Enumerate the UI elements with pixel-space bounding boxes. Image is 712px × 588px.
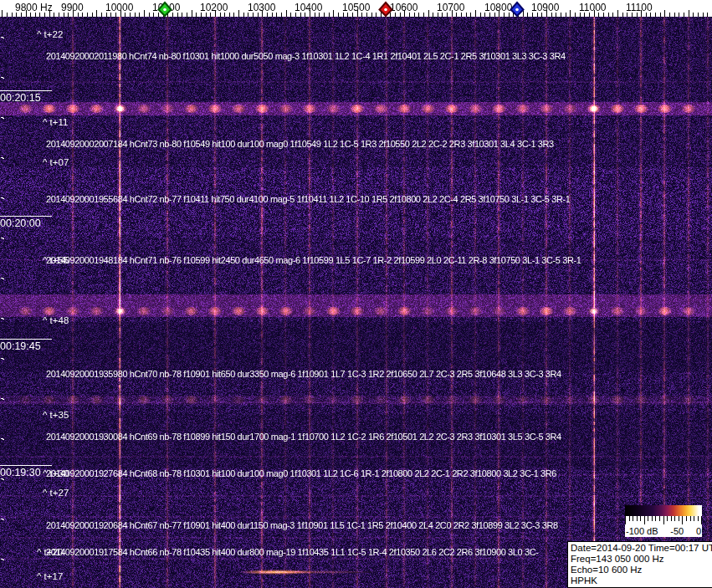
freq-axis-label: 9800 Hz	[15, 2, 53, 13]
waterfall-spectrogram-canvas	[0, 0, 712, 588]
detection-line: 20140920001917584 hCnt66 nb-78 f10435 hi…	[46, 547, 538, 557]
freq-axis-label: 9900	[61, 2, 84, 13]
db-label-min: -100 dB	[626, 526, 658, 536]
blue-diamond-marker-icon[interactable]	[509, 1, 525, 18]
red-diamond-marker-icon[interactable]	[377, 1, 394, 18]
info-station-id: HPHK	[571, 575, 712, 586]
event-time-marker: ^ t+55	[43, 255, 69, 265]
info-frequency: Freq=143 050 000 Hz	[571, 554, 712, 565]
freq-axis-label: 10200	[200, 2, 228, 13]
event-time-marker: ^ t+27	[43, 488, 69, 498]
db-scale-ticks	[625, 516, 702, 525]
freq-axis-label: 11000	[579, 2, 606, 13]
event-time-marker: ^ t+20	[37, 547, 63, 557]
freq-axis-label: 10400	[295, 2, 322, 13]
db-scale-labels: -100 dB -50 0	[625, 525, 702, 537]
event-time-marker: ^ t+48	[43, 315, 69, 325]
freq-axis-label: 11100	[626, 2, 653, 13]
db-label-mid: -50	[670, 526, 684, 536]
freq-axis-label: 10000	[105, 2, 133, 13]
event-time-marker: ^ t+30	[43, 468, 69, 478]
time-label: 00:19:45	[0, 340, 41, 352]
freq-axis-label: 10600	[390, 2, 417, 13]
session-info-box: Date=2014-09-20 Time=00:17 UTC Freq=143 …	[567, 541, 712, 588]
db-gradient-strip	[625, 505, 702, 516]
detection-line: 20140920002007184 hCnt73 nb-80 f10549 hi…	[46, 139, 554, 149]
event-time-marker: ^ t+17	[37, 571, 63, 581]
spectrogram-app-window: 9800 Hz 9900 10000 10100 10200 10300 104…	[0, 0, 712, 588]
event-time-marker: ^ t+11	[43, 117, 68, 127]
detection-line: 20140920001935980 hCnt70 nb-78 f10901 hi…	[46, 369, 561, 379]
detection-line: 20140920001927684 hCnt68 nb-78 f10301 hi…	[46, 468, 556, 478]
detection-line: 20140920001920684 hCnt67 nb-77 f10901 hi…	[46, 520, 558, 530]
time-label: 00:20:15	[0, 92, 41, 104]
event-time-marker: ^ t+07	[43, 157, 69, 167]
time-label: 00:20:00	[0, 217, 41, 229]
db-color-scale: -100 dB -50 0	[625, 505, 702, 537]
detection-line: 20140920001955684 hCnt72 nb-77 f10411 hi…	[46, 194, 570, 204]
freq-axis-label: 10500	[342, 2, 370, 13]
time-label: 00:19:30	[0, 467, 41, 478]
event-time-marker: ^ t+35	[43, 410, 69, 420]
detection-line: 20140920001948184 hCnt71 nb-76 f10599 hi…	[46, 255, 581, 265]
db-label-max: 0	[696, 526, 701, 536]
event-time-marker: ^ t+22	[37, 29, 63, 39]
freq-axis-label: 10900	[531, 2, 559, 13]
freq-axis-label: 10300	[248, 2, 275, 13]
detection-line: 20140920001930084 hCnt69 nb-78 f10899 hi…	[46, 432, 561, 442]
info-date-time: Date=2014-09-20 Time=00:17 UTC	[571, 543, 712, 554]
detection-line: 20140920002011980 hCnt74 nb-80 f10301 hi…	[46, 51, 566, 61]
green-diamond-marker-icon[interactable]	[156, 1, 173, 18]
freq-axis-label: 10700	[437, 2, 464, 13]
info-echo: Echo=10 600 Hz	[571, 565, 712, 575]
